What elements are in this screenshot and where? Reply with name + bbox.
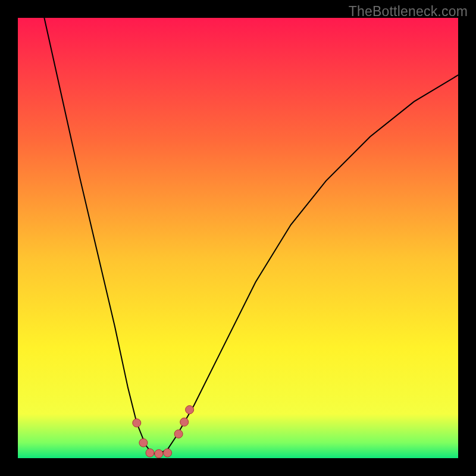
data-marker <box>155 450 163 458</box>
bottleneck-chart <box>0 0 476 476</box>
data-marker <box>146 449 154 457</box>
data-marker <box>139 439 148 447</box>
data-marker <box>180 418 189 426</box>
chart-stage: TheBottleneck.com <box>0 0 476 476</box>
data-marker <box>186 406 194 414</box>
plot-background <box>18 18 458 458</box>
data-marker <box>164 449 172 457</box>
data-marker <box>174 430 183 438</box>
watermark-text: TheBottleneck.com <box>349 4 468 20</box>
data-marker <box>133 419 141 427</box>
